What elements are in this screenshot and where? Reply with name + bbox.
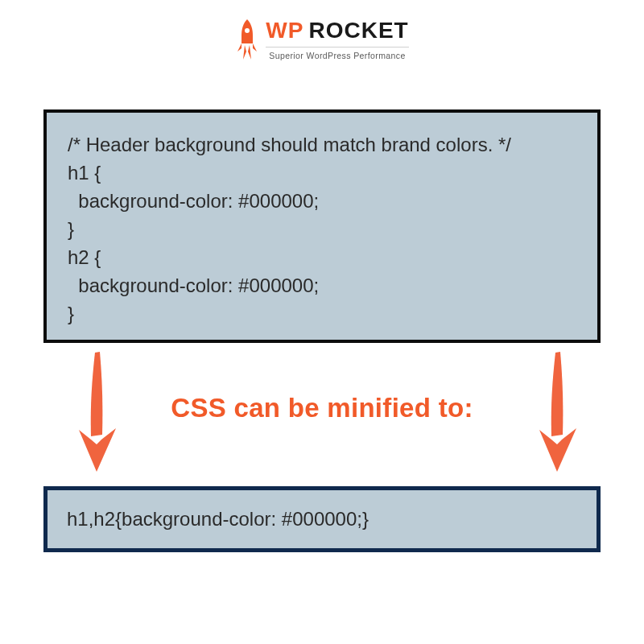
logo-text-wp: WP [266,19,303,42]
code-block-original: /* Header background should match brand … [43,109,601,343]
arrow-down-icon [76,349,119,478]
svg-point-0 [245,28,250,33]
code-original-text: /* Header background should match brand … [68,130,576,328]
wp-rocket-logo: WP ROCKET Superior WordPress Performance [213,19,431,64]
code-block-minified: h1,h2{background-color: #000000;} [43,486,601,552]
minify-caption: CSS can be minified to: [171,393,473,423]
arrow-down-icon [536,349,580,478]
logo-tagline: Superior WordPress Performance [266,47,408,60]
code-minified-text: h1,h2{background-color: #000000;} [67,508,369,530]
logo-text-rocket: ROCKET [308,19,408,42]
rocket-icon [235,19,259,64]
